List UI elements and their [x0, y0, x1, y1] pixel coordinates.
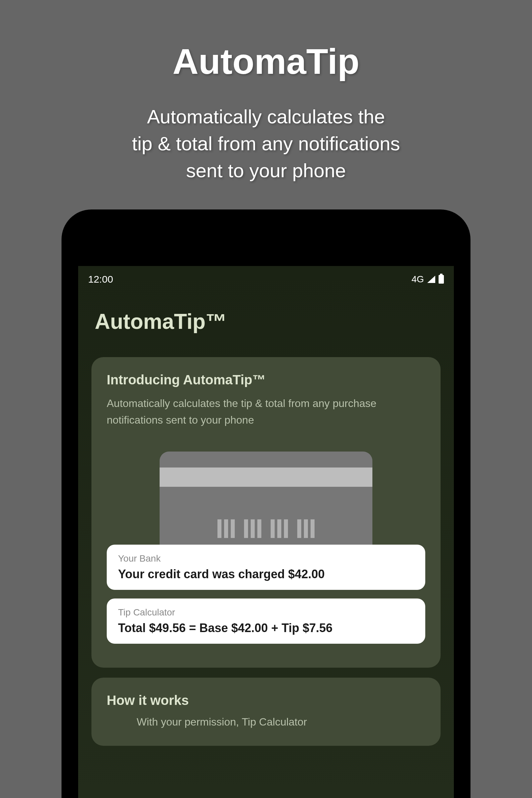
status-time: 12:00: [88, 274, 113, 285]
card-stripe: [159, 468, 373, 487]
device-frame: 12:00 4G AutomaTip™ Introducing AutomaTi…: [61, 209, 471, 798]
hero-subtitle: Automatically calculates the tip & total…: [0, 103, 532, 184]
notification-bank: Your Bank Your credit card was charged $…: [107, 545, 425, 590]
signal-icon: [427, 276, 435, 283]
intro-card: Introducing AutomaTip™ Automatically cal…: [92, 357, 440, 668]
battery-icon: [439, 275, 444, 284]
notif-text: Total $49.56 = Base $42.00 + Tip $7.56: [118, 621, 414, 635]
device-screen: 12:00 4G AutomaTip™ Introducing AutomaTi…: [78, 266, 454, 798]
status-indicators: 4G: [412, 274, 444, 285]
notif-source: Your Bank: [118, 553, 414, 564]
status-bar: 12:00 4G: [78, 266, 454, 286]
intro-body: Automatically calculates the tip & total…: [107, 395, 425, 428]
network-label: 4G: [412, 274, 424, 285]
how-heading: How it works: [107, 693, 425, 708]
notif-text: Your credit card was charged $42.00: [118, 567, 414, 581]
app-title: AutomaTip™: [78, 286, 454, 347]
how-it-works-card: How it works With your permission, Tip C…: [92, 678, 440, 746]
card-barcode: [217, 519, 315, 538]
intro-heading: Introducing AutomaTip™: [107, 373, 425, 387]
hero-title: AutomaTip: [0, 41, 532, 82]
notif-source: Tip Calculator: [118, 607, 414, 618]
how-body: With your permission, Tip Calculator: [137, 714, 425, 730]
notification-tip: Tip Calculator Total $49.56 = Base $42.0…: [107, 598, 425, 644]
